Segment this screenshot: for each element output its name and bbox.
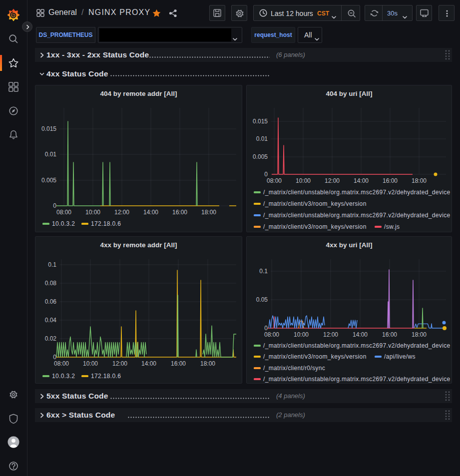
svg-text:10:00: 10:00 <box>83 360 98 367</box>
svg-text:0.06: 0.06 <box>45 298 57 305</box>
svg-text:12:00: 12:00 <box>323 331 338 338</box>
svg-text:08:00: 08:00 <box>56 209 71 216</box>
svg-text:0.04: 0.04 <box>45 317 57 324</box>
svg-text:0.1: 0.1 <box>48 261 56 268</box>
svg-text:0.1: 0.1 <box>259 268 268 275</box>
svg-text:0: 0 <box>264 325 268 332</box>
svg-text:0.005: 0.005 <box>253 153 268 160</box>
svg-text:0: 0 <box>53 202 56 209</box>
svg-text:0.05: 0.05 <box>256 296 268 303</box>
svg-text:12:00: 12:00 <box>112 360 127 367</box>
svg-text:08:00: 08:00 <box>54 360 69 367</box>
svg-text:10:00: 10:00 <box>296 177 311 184</box>
svg-text:16:00: 16:00 <box>171 360 186 367</box>
svg-text:10:00: 10:00 <box>294 331 309 338</box>
svg-text:0.015: 0.015 <box>253 118 268 125</box>
svg-text:14:00: 14:00 <box>354 177 369 184</box>
svg-text:12:00: 12:00 <box>114 209 129 216</box>
svg-text:0.01: 0.01 <box>45 151 57 158</box>
svg-text:10:00: 10:00 <box>85 209 100 216</box>
svg-text:14:00: 14:00 <box>141 360 156 367</box>
svg-text:18:00: 18:00 <box>412 331 427 338</box>
svg-text:14:00: 14:00 <box>143 209 158 216</box>
svg-text:0: 0 <box>264 171 268 178</box>
svg-text:16:00: 16:00 <box>382 331 397 338</box>
svg-text:0.08: 0.08 <box>45 280 57 287</box>
svg-text:16:00: 16:00 <box>383 177 398 184</box>
svg-text:18:00: 18:00 <box>200 360 215 367</box>
svg-text:0: 0 <box>53 354 56 361</box>
svg-text:08:00: 08:00 <box>267 177 282 184</box>
svg-text:0.005: 0.005 <box>41 177 56 184</box>
svg-text:16:00: 16:00 <box>172 209 187 216</box>
svg-text:18:00: 18:00 <box>201 209 216 216</box>
svg-text:0.02: 0.02 <box>45 335 57 342</box>
svg-text:14:00: 14:00 <box>353 331 368 338</box>
svg-text:08:00: 08:00 <box>264 331 279 338</box>
svg-text:0.01: 0.01 <box>256 135 268 142</box>
svg-text:0.015: 0.015 <box>41 125 56 132</box>
svg-text:18:00: 18:00 <box>412 177 427 184</box>
svg-text:12:00: 12:00 <box>325 177 340 184</box>
